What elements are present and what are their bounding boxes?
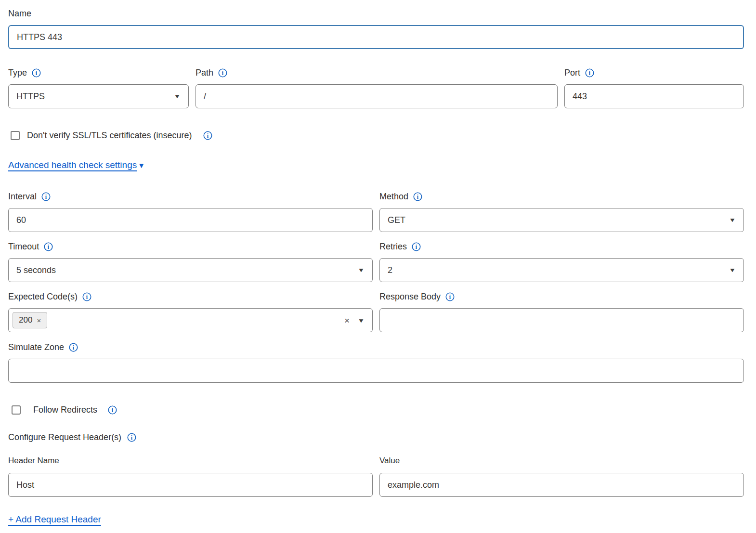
verify-ssl-label: Don't verify SSL/TLS certificates (insec… <box>27 130 192 141</box>
svg-text:i: i <box>112 407 114 414</box>
info-icon[interactable]: i <box>41 192 51 201</box>
info-icon[interactable]: i <box>82 292 91 301</box>
expected-codes-multiselect[interactable]: 200 × × ▼ <box>8 308 373 332</box>
expected-code-tag: 200 × <box>13 312 47 328</box>
info-icon[interactable]: i <box>108 405 117 415</box>
svg-text:i: i <box>207 132 209 139</box>
info-icon[interactable]: i <box>203 131 212 140</box>
type-label: Type i <box>8 68 41 78</box>
info-icon[interactable]: i <box>218 68 227 78</box>
header-value-input[interactable] <box>379 473 744 497</box>
health-check-form: Name Type i HTTPS ▼ Path <box>0 0 756 533</box>
chevron-down-icon: ▼ <box>729 217 736 223</box>
interval-input[interactable] <box>8 208 373 232</box>
info-icon[interactable]: i <box>69 343 78 352</box>
info-icon[interactable]: i <box>44 242 53 251</box>
response-body-label: Response Body i <box>379 292 455 302</box>
clear-all-icon[interactable]: × <box>344 316 350 325</box>
info-icon[interactable]: i <box>413 192 422 201</box>
method-select[interactable]: GET ▼ <box>379 208 744 232</box>
info-icon[interactable]: i <box>412 242 421 251</box>
svg-text:i: i <box>416 244 417 250</box>
response-body-input[interactable] <box>379 308 744 332</box>
info-icon[interactable]: i <box>32 68 41 78</box>
chevron-down-icon: ▼ <box>358 267 365 273</box>
header-name-input[interactable] <box>8 473 373 497</box>
header-value-label: Value <box>379 456 744 466</box>
type-select[interactable]: HTTPS ▼ <box>8 84 189 108</box>
path-label: Path i <box>196 68 227 78</box>
timeout-select[interactable]: 5 seconds ▼ <box>8 258 373 282</box>
svg-text:i: i <box>86 294 88 300</box>
svg-text:i: i <box>417 194 419 200</box>
chevron-down-icon: ▼ <box>729 267 736 273</box>
svg-text:i: i <box>131 434 133 441</box>
retries-label: Retries i <box>379 242 421 252</box>
port-label: Port i <box>564 68 594 78</box>
follow-redirects-label: Follow Redirects <box>33 405 97 415</box>
info-icon[interactable]: i <box>445 292 455 301</box>
request-header-row: Header Name Value <box>8 456 744 497</box>
svg-text:i: i <box>36 70 38 77</box>
chevron-down-icon: ▼ <box>174 93 181 100</box>
svg-text:i: i <box>449 294 451 300</box>
name-input[interactable] <box>8 25 744 49</box>
svg-text:i: i <box>73 344 75 351</box>
chevron-down-icon[interactable]: ▼ <box>138 161 145 169</box>
port-input[interactable] <box>564 84 744 108</box>
svg-text:i: i <box>222 70 224 77</box>
configure-request-headers-title: Configure Request Header(s) i <box>8 432 136 442</box>
add-request-header-link[interactable]: + Add Request Header <box>8 514 101 525</box>
interval-label: Interval i <box>8 192 51 202</box>
timeout-label: Timeout i <box>8 242 53 252</box>
retries-select[interactable]: 2 ▼ <box>379 258 744 282</box>
advanced-settings-link[interactable]: Advanced health check settings <box>8 160 137 170</box>
header-name-label: Header Name <box>8 456 373 466</box>
simulate-zone-input[interactable] <box>8 359 744 383</box>
expected-codes-label: Expected Code(s) i <box>8 292 91 302</box>
svg-text:i: i <box>45 194 47 200</box>
path-input[interactable] <box>196 84 558 108</box>
info-icon[interactable]: i <box>127 433 136 442</box>
verify-ssl-checkbox[interactable] <box>11 131 20 140</box>
info-icon[interactable]: i <box>585 68 594 78</box>
name-label: Name <box>8 9 31 19</box>
simulate-zone-label: Simulate Zone i <box>8 342 78 352</box>
svg-text:i: i <box>48 244 50 250</box>
chevron-down-icon[interactable]: ▼ <box>358 317 365 324</box>
remove-tag-icon[interactable]: × <box>37 316 41 325</box>
svg-text:i: i <box>589 70 591 77</box>
follow-redirects-checkbox[interactable] <box>12 405 21 415</box>
method-label: Method i <box>379 192 422 202</box>
